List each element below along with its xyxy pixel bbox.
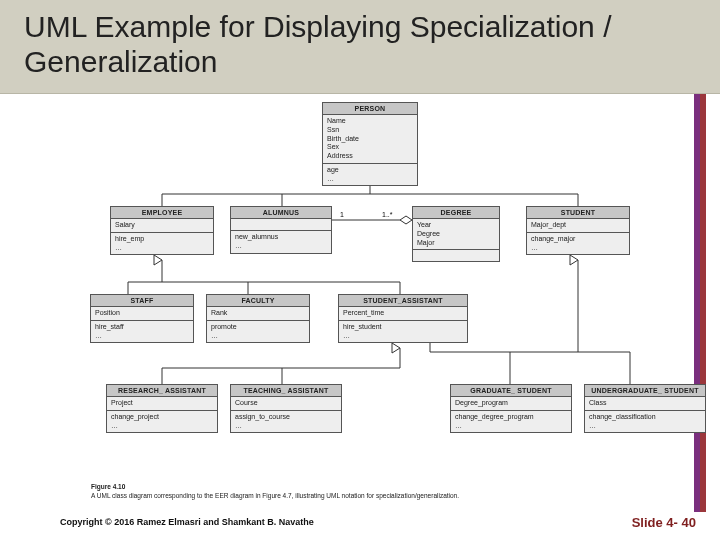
class-operations: change_classification…	[585, 411, 705, 433]
class-name: TEACHING_ ASSISTANT	[231, 385, 341, 397]
class-name: GRADUATE_ STUDENT	[451, 385, 571, 397]
class-attributes	[231, 219, 331, 231]
class-operations: new_alumnus…	[231, 231, 331, 253]
class-staff: STAFFPositionhire_staff…	[90, 294, 194, 343]
class-attributes: Rank	[207, 307, 309, 321]
slide-footer: Copyright © 2016 Ramez Elmasri and Shamk…	[0, 512, 720, 540]
class-attributes: Degree_program	[451, 397, 571, 411]
class-attributes: Project	[107, 397, 217, 411]
class-name: PERSON	[323, 103, 417, 115]
class-attributes: YearDegreeMajor	[413, 219, 499, 250]
class-student-assistant: STUDENT_ASSISTANTPercent_timehire_studen…	[338, 294, 468, 343]
class-employee: EMPLOYEESalaryhire_emp…	[110, 206, 214, 255]
class-name: STAFF	[91, 295, 193, 307]
class-operations: hire_student…	[339, 321, 467, 343]
mult-alumnus: 1	[340, 211, 344, 218]
class-name: UNDERGRADUATE_ STUDENT	[585, 385, 705, 397]
class-faculty: FACULTYRankpromote…	[206, 294, 310, 343]
figure-number: Figure 4.10	[91, 483, 459, 491]
class-student: STUDENTMajor_deptchange_major…	[526, 206, 630, 255]
class-operations: assign_to_course…	[231, 411, 341, 433]
class-name: RESEARCH_ ASSISTANT	[107, 385, 217, 397]
class-operations: change_project…	[107, 411, 217, 433]
class-operations	[413, 250, 499, 261]
class-name: DEGREE	[413, 207, 499, 219]
class-operations: change_major…	[527, 233, 629, 255]
class-person: PERSONNameSsnBirth_dateSexAddressage…	[322, 102, 418, 186]
class-name: EMPLOYEE	[111, 207, 213, 219]
mult-degree: 1..*	[382, 211, 393, 218]
class-attributes: Major_dept	[527, 219, 629, 233]
class-graduate-student: GRADUATE_ STUDENTDegree_programchange_de…	[450, 384, 572, 433]
class-operations: hire_emp…	[111, 233, 213, 255]
class-operations: change_degree_program…	[451, 411, 571, 433]
class-attributes: Course	[231, 397, 341, 411]
class-attributes: NameSsnBirth_dateSexAddress	[323, 115, 417, 164]
class-attributes: Salary	[111, 219, 213, 233]
class-attributes: Class	[585, 397, 705, 411]
uml-diagram: 1 1..*	[90, 102, 650, 502]
class-name: ALUMNUS	[231, 207, 331, 219]
class-attributes: Position	[91, 307, 193, 321]
figure-caption: Figure 4.10 A UML class diagram correspo…	[91, 483, 459, 500]
figure-caption-text: A UML class diagram corresponding to the…	[91, 492, 459, 500]
accent-bar	[694, 94, 706, 512]
class-attributes: Percent_time	[339, 307, 467, 321]
class-name: STUDENT	[527, 207, 629, 219]
title-band: UML Example for Displaying Specializatio…	[0, 0, 720, 94]
class-name: STUDENT_ASSISTANT	[339, 295, 467, 307]
slide-number: Slide 4- 40	[632, 515, 696, 530]
class-operations: promote…	[207, 321, 309, 343]
class-name: FACULTY	[207, 295, 309, 307]
copyright-text: Copyright © 2016 Ramez Elmasri and Shamk…	[60, 517, 314, 527]
class-alumnus: ALUMNUS new_alumnus…	[230, 206, 332, 254]
slide-body: 1 1..*	[0, 94, 720, 512]
class-degree: DEGREEYearDegreeMajor	[412, 206, 500, 262]
slide-title: UML Example for Displaying Specializatio…	[24, 10, 696, 79]
class-undergraduate-student: UNDERGRADUATE_ STUDENTClasschange_classi…	[584, 384, 706, 433]
class-teaching-assistant: TEACHING_ ASSISTANTCourseassign_to_cours…	[230, 384, 342, 433]
slide: UML Example for Displaying Specializatio…	[0, 0, 720, 540]
class-research-assistant: RESEARCH_ ASSISTANTProjectchange_project…	[106, 384, 218, 433]
class-operations: hire_staff…	[91, 321, 193, 343]
class-operations: age…	[323, 164, 417, 186]
